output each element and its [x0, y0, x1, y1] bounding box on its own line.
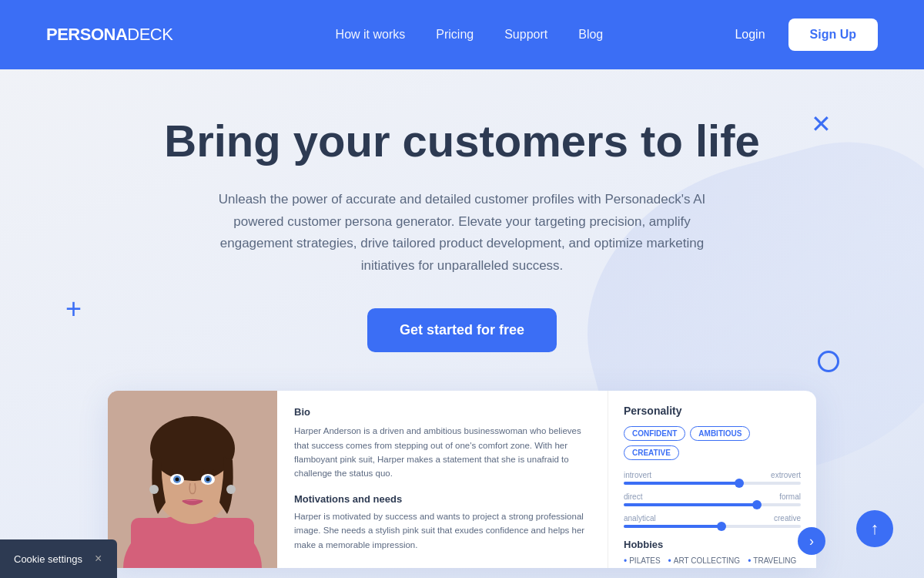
nav-links: How it works Pricing Support Blog — [234, 28, 704, 42]
signup-button[interactable]: Sign Up — [788, 18, 878, 51]
trait-track-1 — [624, 482, 801, 485]
svg-point-11 — [206, 478, 210, 482]
trait-dot-2 — [752, 500, 762, 509]
hero-subtitle: Unleash the power of accurate and detail… — [208, 189, 716, 278]
trait-fill-3 — [624, 525, 721, 528]
trait-label-formal: formal — [779, 492, 801, 501]
chevron-right-button[interactable]: › — [798, 527, 825, 555]
trait-track-3 — [624, 525, 801, 528]
trait-dot-3 — [717, 522, 726, 531]
nav-pricing[interactable]: Pricing — [436, 28, 474, 42]
hobby-dot-3: • — [748, 556, 751, 566]
plus-icon: + — [65, 293, 82, 325]
bio-text: Harper Anderson is a driven and ambitiou… — [294, 424, 591, 481]
trait-label-direct: direct — [624, 492, 642, 501]
hobbies-heading: Hobbies — [624, 539, 801, 550]
persona-avatar-svg — [108, 391, 277, 568]
login-link[interactable]: Login — [735, 28, 765, 42]
svg-point-13 — [226, 485, 236, 494]
cookie-text: Cookie settings — [14, 553, 82, 565]
trait-track-2 — [624, 503, 801, 506]
hobby-traveling: • TRAVELING — [748, 556, 796, 566]
trait-label-creative: creative — [774, 514, 801, 523]
svg-rect-2 — [131, 518, 254, 568]
svg-point-8 — [176, 478, 179, 482]
scroll-top-icon: ↑ — [871, 519, 879, 539]
svg-point-12 — [149, 485, 159, 494]
hobby-dot-2: • — [668, 556, 671, 566]
hobby-label-art: ART COLLECTING — [674, 556, 740, 565]
personality-tags: CONFIDENT AMBITIOUS CREATIVE — [624, 426, 801, 460]
trait-label-extrovert: extrovert — [771, 471, 801, 479]
bio-heading: Bio — [294, 406, 591, 418]
trait-dot-1 — [735, 479, 744, 488]
cookie-banner: Cookie settings × — [0, 539, 117, 578]
logo[interactable]: PERSONA DECK — [46, 25, 172, 45]
motivations-heading: Motivations and needs — [294, 493, 591, 505]
trait-fill-2 — [624, 503, 757, 506]
cookie-close-button[interactable]: × — [93, 550, 103, 567]
logo-persona: PERSONA — [46, 25, 127, 45]
trait-label-analytical: analytical — [624, 514, 656, 523]
svg-point-5 — [150, 416, 235, 481]
hero-section: ✕ + Bring your customers to life Unleash… — [0, 69, 924, 578]
trait-introvert-extrovert: introvert extrovert — [624, 471, 801, 485]
nav-how-it-works[interactable]: How it works — [336, 28, 406, 42]
preview-card: Bio Harper Anderson is a driven and ambi… — [108, 391, 816, 568]
scroll-top-button[interactable]: ↑ — [856, 510, 893, 547]
trait-direct-formal: direct formal — [624, 492, 801, 506]
tag-creative: CREATIVE — [624, 445, 679, 460]
persona-photo-inner — [108, 391, 277, 568]
hobby-label-traveling: TRAVELING — [753, 556, 796, 565]
tag-confident: CONFIDENT — [624, 426, 685, 441]
hobby-art-collecting: • ART COLLECTING — [668, 556, 741, 566]
nav-blog[interactable]: Blog — [578, 28, 603, 42]
cross-icon: ✕ — [811, 112, 832, 136]
hobbies-list: • PILATES • ART COLLECTING • TRAVELING — [624, 556, 801, 566]
hero-title: Bring your customers to life — [164, 116, 759, 167]
logo-deck: DECK — [127, 25, 172, 45]
hobby-pilates: • PILATES — [624, 556, 661, 566]
motivations-text: Harper is motivated by success and wants… — [294, 509, 591, 552]
nav-right: Login Sign Up — [735, 18, 878, 51]
hobbies-section: Hobbies • PILATES • ART COLLECTING • TRA… — [624, 539, 801, 566]
hobby-dot-1: • — [624, 556, 627, 566]
personality-section: Personality CONFIDENT AMBITIOUS CREATIVE… — [608, 391, 816, 568]
navbar: PERSONA DECK How it works Pricing Suppor… — [0, 0, 924, 69]
trait-label-introvert: introvert — [624, 471, 651, 479]
hobby-label-pilates: PILATES — [629, 556, 660, 565]
trait-analytical-creative: analytical creative — [624, 514, 801, 528]
circle-icon — [818, 351, 839, 372]
tag-ambitious: AMBITIOUS — [690, 426, 750, 441]
bio-section: Bio Harper Anderson is a driven and ambi… — [277, 391, 608, 568]
persona-photo — [108, 391, 277, 568]
personality-heading: Personality — [624, 405, 801, 417]
trait-fill-1 — [624, 482, 739, 485]
nav-support[interactable]: Support — [504, 28, 547, 42]
cta-button[interactable]: Get started for free — [367, 308, 557, 352]
